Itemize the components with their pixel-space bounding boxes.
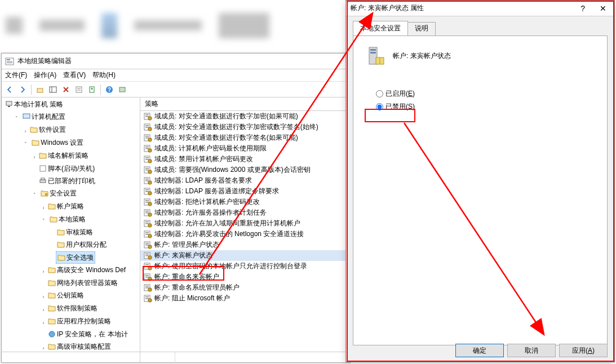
svg-rect-13 (119, 87, 125, 92)
server-icon (365, 45, 386, 66)
tree-public-key[interactable]: 公钥策略 (47, 290, 85, 301)
tree-printers[interactable]: 已部署的打印机 (38, 175, 96, 187)
tree-security-options[interactable]: 安全选项 (56, 251, 95, 264)
tab-explain[interactable]: 说明 (407, 22, 436, 37)
policy-icon (144, 241, 152, 249)
tree-account-policies[interactable]: 帐户策略 (47, 201, 85, 212)
policy-item[interactable]: 域控制器: LDAP 服务器签名要求 (140, 175, 350, 186)
policy-item[interactable]: 域控制器: 拒绝计算机帐户密码更改 (140, 197, 350, 207)
policy-item[interactable]: 域控制器: 允许在加入域期间重新使用计算机帐户 (140, 218, 350, 229)
computer-icon (23, 113, 30, 120)
tree-app-control[interactable]: 应用程序控制策略 (47, 316, 112, 327)
radio-enabled[interactable]: 已启用(E) (376, 89, 596, 99)
policy-item[interactable]: 帐户: 使用空密码的本地帐户只允许进行控制台登录 (140, 261, 350, 272)
svg-point-77 (148, 256, 152, 259)
filter-button[interactable] (117, 84, 128, 95)
tab-local-security[interactable]: 本地安全设置 (353, 21, 408, 35)
svg-rect-2 (7, 61, 12, 62)
help-button[interactable]: ? (577, 3, 588, 14)
menu-help[interactable]: 帮助(H) (92, 70, 116, 80)
policy-item[interactable]: 域控制器: 允许易受攻击的 Netlogon 安全通道连接 (140, 229, 350, 239)
tree-security-settings[interactable]: 安全设置 (39, 188, 78, 199)
radio-disabled-input[interactable] (376, 103, 383, 110)
cancel-button[interactable]: 取消 (507, 344, 556, 357)
policy-item[interactable]: 域成员: 对安全通道数据进行数字加密(如果可能) (140, 111, 350, 122)
tree-name-resolution[interactable]: 域名解析策略 (38, 150, 90, 161)
expand-toggle[interactable]: ˅ (31, 189, 38, 201)
toolbar: ? (2, 82, 350, 97)
policy-item[interactable]: 域控制器: 允许服务器操作者计划任务 (140, 207, 350, 218)
tree-software-settings[interactable]: 软件设置 (29, 124, 67, 135)
close-button[interactable]: ✕ (596, 3, 610, 14)
tree-scripts[interactable]: 脚本(启动/关机) (38, 163, 96, 174)
expand-toggle[interactable]: ˅ (22, 139, 29, 150)
tree-root[interactable]: 本地计算机 策略 (4, 99, 64, 110)
tree-user-rights[interactable]: 用户权限分配 (56, 239, 108, 250)
policy-item[interactable]: 帐户: 来宾帐户状态 (140, 250, 350, 261)
policy-item[interactable]: 域成员: 计算机帐户密码最长使用期限 (140, 143, 350, 154)
tree-local-policies[interactable]: 本地策略 (48, 214, 87, 225)
gpedit-icon (5, 57, 14, 66)
tree-firewall[interactable]: 高级安全 Windows Def (47, 264, 127, 276)
folder-icon (48, 267, 56, 273)
properties-button[interactable] (73, 84, 85, 95)
list-header[interactable]: 策略 (140, 97, 350, 111)
delete-button[interactable] (60, 84, 72, 95)
policy-item[interactable]: 域成员: 需要强(Windows 2000 或更高版本)会话密钥 (140, 165, 350, 175)
svg-point-93 (148, 299, 152, 302)
tree-network-list[interactable]: 网络列表管理器策略 (47, 277, 119, 288)
policy-item[interactable]: 帐户: 阻止 Microsoft 帐户 (140, 293, 350, 304)
script-icon (39, 165, 47, 172)
help-button[interactable]: ? (104, 84, 115, 95)
expand-toggle[interactable]: › (22, 126, 29, 137)
expand-toggle[interactable]: ˅ (40, 215, 47, 227)
policy-icon (144, 176, 152, 185)
tree-windows-settings[interactable]: Windows 设置 (30, 137, 85, 148)
tree-ip-security[interactable]: IP 安全策略，在 本地计 (47, 329, 129, 340)
policy-item-label: 帐户: 阻止 Microsoft 帐户 (154, 294, 230, 303)
svg-point-45 (148, 170, 152, 174)
export-button[interactable] (86, 84, 98, 95)
policy-item[interactable]: 帐户: 重命名来宾帐户 (140, 272, 350, 282)
ok-button[interactable]: 确定 (455, 344, 504, 357)
expand-toggle[interactable]: › (40, 317, 47, 329)
dialog-titlebar: 帐户: 来宾帐户状态 属性 ? ✕ (346, 1, 614, 16)
policy-item[interactable]: 帐户: 管理员帐户状态 (140, 239, 350, 250)
back-button[interactable] (4, 84, 15, 95)
policy-item[interactable]: 域成员: 对安全通道数据进行数字加密或数字签名(始终) (140, 122, 350, 132)
svg-rect-19 (41, 178, 45, 180)
expand-toggle[interactable]: › (40, 304, 47, 316)
forward-button[interactable] (17, 84, 28, 95)
expand-toggle[interactable]: ˅ (13, 113, 20, 124)
up-button[interactable] (34, 84, 46, 95)
svg-rect-44 (145, 170, 149, 171)
expand-toggle[interactable]: › (40, 266, 47, 277)
svg-rect-68 (145, 234, 149, 235)
expand-toggle[interactable]: › (31, 152, 38, 163)
list-pane: 策略 域成员: 对安全通道数据进行数字加密(如果可能)域成员: 对安全通道数据进… (140, 97, 350, 362)
folder-icon (32, 139, 39, 146)
expand-toggle[interactable]: › (40, 291, 47, 303)
policy-item[interactable]: 域成员: 对安全通道数据进行数字签名(如果可能) (140, 132, 350, 143)
menu-action[interactable]: 操作(A) (34, 70, 56, 80)
tree-advanced-audit[interactable]: 高级审核策略配置 (47, 341, 112, 352)
globe-icon (48, 331, 56, 338)
tree-software-restriction[interactable]: 软件限制策略 (47, 303, 99, 314)
expand-toggle[interactable]: › (40, 202, 47, 214)
policy-item[interactable]: 帐户: 重命名系统管理员帐户 (140, 282, 350, 293)
policy-item[interactable]: 域控制器: LDAP 服务器通道绑定令牌要求 (140, 186, 350, 197)
policy-item[interactable]: 域成员: 禁用计算机帐户密码更改 (140, 154, 350, 165)
menubar: 文件(F) 操作(A) 查看(V) 帮助(H) (2, 69, 350, 82)
svg-rect-60 (145, 212, 149, 214)
menu-file[interactable]: 文件(F) (5, 70, 27, 80)
radio-enabled-input[interactable] (376, 90, 383, 97)
svg-rect-4 (37, 88, 43, 92)
policy-item-label: 域成员: 计算机帐户密码最长使用期限 (154, 144, 267, 153)
radio-disabled[interactable]: 已禁用(S) (376, 102, 596, 112)
show-pane-button[interactable] (47, 84, 59, 95)
tree-audit-policy[interactable]: 审核策略 (56, 227, 94, 238)
apply-button[interactable]: 应用(A) (559, 344, 608, 357)
svg-point-49 (148, 181, 152, 184)
menu-view[interactable]: 查看(V) (63, 70, 86, 80)
tree-computer-config[interactable]: 计算机配置 (21, 111, 67, 122)
